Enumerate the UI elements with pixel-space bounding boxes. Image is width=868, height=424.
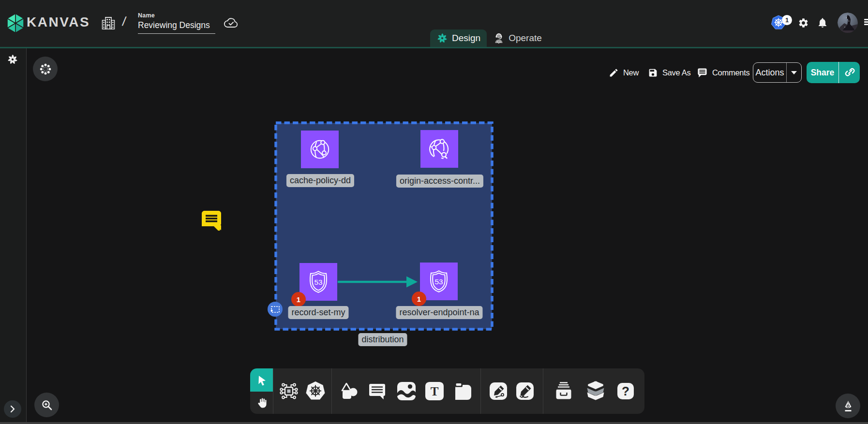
zoom-in-button[interactable] bbox=[34, 393, 59, 417]
toolbar-pointer-group bbox=[250, 368, 273, 414]
pen-connector-tool-button[interactable] bbox=[489, 382, 508, 400]
image-icon bbox=[395, 380, 418, 402]
node-label-cache-policy: cache-policy-dd bbox=[286, 174, 354, 187]
actions-button[interactable]: Actions bbox=[753, 63, 787, 82]
actions-dropdown-button[interactable] bbox=[787, 63, 801, 82]
comments-button[interactable]: Comments bbox=[697, 62, 749, 83]
operate-person-icon bbox=[493, 32, 505, 44]
kubernetes-wheel-icon bbox=[304, 380, 327, 402]
user-avatar[interactable] bbox=[838, 13, 858, 33]
kanvas-logo-icon bbox=[6, 13, 25, 33]
topbar: KANVAS / Name Reviewing Designs bbox=[0, 0, 868, 47]
copy-link-button[interactable] bbox=[839, 62, 860, 83]
canvas-settings-button[interactable] bbox=[33, 57, 58, 81]
frame-icon bbox=[270, 306, 280, 313]
help-tool-button[interactable]: ? bbox=[617, 382, 634, 400]
bell-icon[interactable] bbox=[817, 17, 828, 29]
sidebar-expand-button[interactable] bbox=[4, 400, 21, 418]
svg-text:53: 53 bbox=[314, 278, 322, 286]
toolbar-section-draw bbox=[481, 368, 543, 414]
help-icon: ? bbox=[617, 382, 634, 400]
group-frame-chip[interactable] bbox=[268, 302, 283, 317]
actions-split-button: Actions bbox=[753, 62, 802, 83]
settings-gear-icon[interactable] bbox=[798, 17, 809, 29]
app-window: KANVAS / Name Reviewing Designs bbox=[0, 0, 868, 424]
toolbar-section-manage: ? bbox=[543, 368, 644, 414]
save-as-button[interactable]: Save As bbox=[648, 62, 690, 83]
pen-nib-icon bbox=[842, 400, 854, 412]
node-record-set[interactable]: 53 bbox=[299, 263, 337, 301]
text-tool-button[interactable]: T bbox=[424, 380, 445, 402]
actions-label: Actions bbox=[755, 68, 784, 78]
note-tool-button[interactable] bbox=[452, 380, 474, 402]
tab-design[interactable]: Design bbox=[430, 29, 487, 47]
tab-operate[interactable]: Operate bbox=[487, 29, 548, 47]
canvas-comment-marker[interactable] bbox=[201, 210, 222, 231]
brand-name: KANVAS bbox=[27, 15, 90, 29]
sidebar-spiral-icon[interactable] bbox=[7, 54, 18, 65]
gear-dots-icon bbox=[39, 63, 52, 75]
kubernetes-tool-button[interactable] bbox=[304, 380, 327, 402]
image-tool-button[interactable] bbox=[395, 380, 418, 402]
name-field-label: Name bbox=[138, 12, 215, 19]
pen-connector-icon bbox=[489, 382, 508, 400]
left-sidebar bbox=[0, 48, 27, 424]
comment-icon bbox=[697, 67, 708, 78]
chip-icon bbox=[278, 380, 299, 402]
layers-tool-button[interactable] bbox=[584, 380, 607, 402]
note-icon bbox=[452, 380, 474, 402]
svg-text:53: 53 bbox=[434, 278, 443, 286]
layers-icon bbox=[584, 380, 607, 402]
new-button[interactable]: New bbox=[609, 62, 639, 83]
window-bottom-strip bbox=[0, 422, 868, 424]
share-label: Share bbox=[811, 68, 835, 78]
save-icon bbox=[648, 68, 658, 78]
comment-bubble-icon bbox=[367, 380, 389, 402]
zoom-in-icon bbox=[41, 399, 53, 411]
node-origin-access[interactable] bbox=[420, 130, 458, 168]
save-as-label: Save As bbox=[662, 68, 690, 77]
text-icon: T bbox=[424, 380, 445, 402]
comments-label: Comments bbox=[712, 68, 749, 77]
shapes-icon bbox=[338, 380, 360, 402]
building-icon[interactable] bbox=[101, 15, 116, 30]
route53-shield-icon: 53 bbox=[305, 268, 332, 295]
archive-tool-button[interactable] bbox=[553, 381, 574, 401]
new-label: New bbox=[623, 68, 639, 77]
tab-design-label: Design bbox=[452, 33, 480, 44]
toolbar-section-annotate: T bbox=[332, 368, 480, 414]
link-icon bbox=[844, 67, 855, 78]
node-resolver-endpoint[interactable]: 53 bbox=[420, 263, 458, 300]
route53-shield-icon: 53 bbox=[425, 268, 452, 295]
notification-count-badge: 1 bbox=[782, 15, 792, 25]
design-canvas[interactable]: New Save As Comments bbox=[27, 48, 868, 424]
pen-mode-button[interactable] bbox=[836, 394, 860, 418]
signature-pen-icon bbox=[516, 382, 534, 400]
select-tool-button[interactable] bbox=[250, 368, 273, 392]
node-label-record-set: record-set-my bbox=[288, 306, 348, 319]
node-label-origin-access: origin-access-contr... bbox=[396, 175, 483, 188]
design-spiral-icon bbox=[436, 32, 448, 44]
architecture-tool-button[interactable] bbox=[278, 380, 299, 402]
share-button[interactable]: Share bbox=[807, 62, 839, 83]
help-glyph: ? bbox=[622, 384, 629, 398]
node-label-resolver-endpoint: resolver-endpoint-na bbox=[396, 306, 482, 319]
pencil-icon bbox=[609, 68, 619, 78]
group-label-distribution: distribution bbox=[358, 333, 407, 346]
design-name-input[interactable]: Reviewing Designs bbox=[138, 20, 215, 34]
resolver-endpoint-badge: 1 bbox=[412, 292, 426, 306]
node-cache-policy[interactable] bbox=[301, 131, 339, 168]
hand-icon bbox=[256, 397, 267, 409]
avatar-image bbox=[838, 13, 858, 33]
comment-tool-button[interactable] bbox=[367, 380, 389, 402]
hamburger-menu-icon[interactable] bbox=[864, 19, 868, 26]
mode-tabs: Design Operate bbox=[430, 29, 548, 47]
toolbar-section-infra bbox=[273, 368, 331, 414]
signature-tool-button[interactable] bbox=[516, 382, 534, 400]
shapes-tool-button[interactable] bbox=[338, 380, 360, 402]
brand: KANVAS bbox=[6, 13, 25, 33]
pan-tool-button[interactable] bbox=[250, 392, 273, 414]
chevron-right-icon bbox=[9, 405, 16, 413]
bottom-toolbar: T bbox=[250, 368, 644, 414]
breadcrumb-separator: / bbox=[121, 14, 127, 29]
